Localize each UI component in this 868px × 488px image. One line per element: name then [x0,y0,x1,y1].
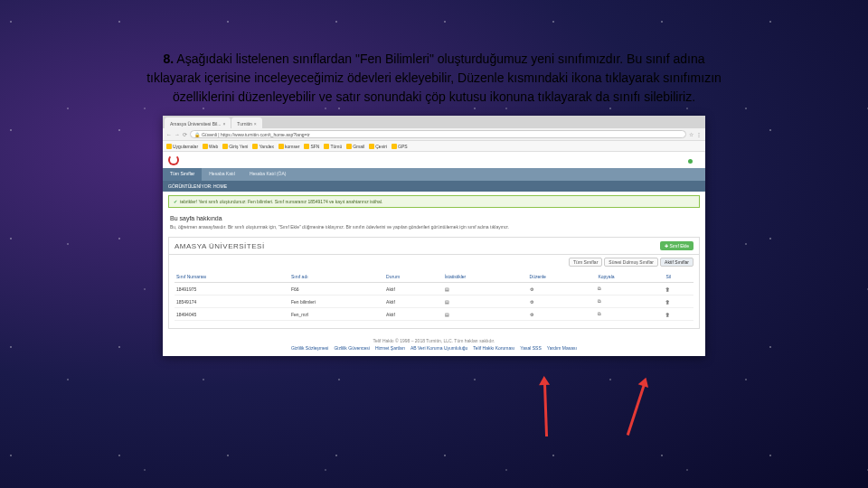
delete-icon[interactable]: 🗑 [664,296,693,308]
class-name-link[interactable]: F66 [289,283,384,296]
filter-active[interactable]: Aktif Sınıflar [660,258,693,267]
classes-card: AMASYA ÜNİVERSİTESİ ✚ Sınıf Ekle Tüm Sın… [168,237,700,329]
stats-icon[interactable]: ▤ [443,283,528,296]
user-status-icon [688,159,693,164]
success-alert: ✔ tebrikler! Yeni sınıfı oluşturdunuz: F… [168,195,700,208]
bookmark-item[interactable]: Web [203,144,218,149]
annotation-arrow-delete [627,383,646,436]
table-row: 18549174Fen bilimleriAktif▤⚙⧉🗑 [175,296,693,308]
footer-link[interactable]: Yasal SSS [520,345,542,351]
bookmark-icon [346,144,352,149]
copy-icon[interactable]: ⧉ [596,296,664,308]
breadcrumb: GÖRÜNTÜLENİYOR: HOME [163,181,705,192]
address-bar[interactable]: 🔒 Güvenli | https://www.turnitin.com/t_h… [190,130,686,138]
bookmark-icon [203,144,208,149]
tab-join-account[interactable]: Hesaba Katıl [202,168,242,181]
filter-all[interactable]: Tüm Sınıflar [569,258,602,267]
stats-icon[interactable]: ▤ [443,296,528,308]
bookmark-item[interactable]: Yandex [252,144,274,149]
table-row: 18491975F66Aktif▤⚙⧉🗑 [175,283,693,296]
table-header[interactable]: İstatistikler [443,271,528,283]
tab-title: Turnitin [237,121,252,127]
page-content: Tüm Sınıflar Hesaba Katıl Hesaba Katıl (… [163,152,705,356]
table-header[interactable]: Düzenle [528,271,597,283]
tab-all-classes[interactable]: Tüm Sınıflar [163,168,202,181]
copy-icon[interactable]: ⧉ [596,283,664,296]
table-header[interactable]: Kopyala [596,271,664,283]
bookmark-item[interactable]: Çeviri [369,144,387,149]
table-header[interactable]: Sınıf adı [289,271,384,283]
delete-icon[interactable]: 🗑 [664,308,693,321]
class-name-link[interactable]: Fen_mzl [289,308,384,321]
table-header[interactable]: Sınıf Numarası [175,271,289,283]
bookmark-item[interactable]: Giriş Yeni [222,144,248,149]
lock-icon: 🔒 [194,132,200,137]
card-header: AMASYA ÜNİVERSİTESİ ✚ Sınıf Ekle [169,238,699,255]
caption-line2: tıklayarak içerisine inceleyeceğimiz öde… [146,70,722,85]
bookmark-icon [222,144,228,149]
footer-link[interactable]: AB Veri Koruma Uyumluluğu [410,345,467,351]
forward-icon[interactable]: → [175,132,180,137]
bookmark-item[interactable]: Uygulamalar [166,144,198,149]
tab-title: Amasya Üniversitesi Bil... [170,121,221,127]
footer-link[interactable]: Hizmet Şartları [375,345,405,351]
stats-icon[interactable]: ▤ [443,308,528,321]
edit-icon[interactable]: ⚙ [528,308,597,321]
turnitin-logo-icon [168,155,179,165]
table-header[interactable]: Durum [384,271,443,283]
footer-copyright: Telif Hakkı © 1998 – 2018 Turnitin, LLC.… [168,338,700,343]
class-status: Aktif [384,308,443,321]
footer-link[interactable]: Yardım Masası [547,345,577,351]
filter-expired[interactable]: Süresi Dolmuş Sınıflar [604,258,658,267]
main-nav-tabs: Tüm Sınıflar Hesaba Katıl Hesaba Katıl (… [163,168,705,181]
bookmark-icon [166,144,172,149]
bookmark-item[interactable]: Gmail [346,144,364,149]
secure-label: Güvenli [202,132,217,137]
bookmark-icon [278,144,284,149]
close-icon[interactable]: × [222,121,225,127]
bookmark-item[interactable]: GPS [392,144,408,149]
browser-toolbar: ← → ⟳ 🔒 Güvenli | https://www.turnitin.c… [163,128,705,141]
delete-icon[interactable]: 🗑 [664,283,693,296]
table-row: 18494045Fen_mzlAktif▤⚙⧉🗑 [175,308,693,321]
instruction-caption: 8. Aşağıdaki listelenen sınıflardan "Fen… [81,50,787,107]
add-class-button[interactable]: ✚ Sınıf Ekle [660,241,693,250]
edit-icon[interactable]: ⚙ [528,283,597,296]
bookmark-item[interactable]: Tümü [324,144,342,149]
browser-tab[interactable]: Turnitin × [231,117,261,128]
browser-tab[interactable]: Amasya Üniversitesi Bil... × [165,117,231,128]
plus-icon: ✚ [665,243,668,249]
class-name-link[interactable]: Fen bilimleri [289,296,384,308]
class-status: Aktif [384,283,443,296]
page-help-text: Bu, öğretmen anasayfasıdır. Bir sınıfı o… [163,223,705,233]
browser-tab-strip: Amasya Üniversitesi Bil... × Turnitin × [163,116,705,128]
add-class-label: Sınıf Ekle [670,243,689,249]
browser-window: Amasya Üniversitesi Bil... × Turnitin × … [163,116,705,356]
class-id: 18494045 [175,308,289,321]
back-icon[interactable]: ← [166,132,172,137]
copy-icon[interactable]: ⧉ [596,308,664,321]
class-filter-row: Tüm Sınıflar Süresi Dolmuş Sınıflar Akti… [169,255,699,269]
footer-link[interactable]: Gizlilik Güvencesi [334,345,369,351]
page-help-title: Bu sayfa hakkında [163,211,705,223]
class-id: 18549174 [175,296,289,308]
bookmark-icon [392,144,397,149]
star-icon[interactable]: ☆ [689,131,693,137]
classes-table: Sınıf NumarasıSınıf adıDurumİstatistikle… [175,271,693,321]
check-icon: ✔ [174,199,177,204]
footer-link[interactable]: Gizlilik Sözleşmesi [291,345,328,351]
tab-join-account-ta[interactable]: Hesaba Katıl (ÖA) [242,168,294,181]
table-header[interactable]: Sil [664,271,693,283]
reload-icon[interactable]: ⟳ [183,131,187,137]
bookmark-item[interactable]: komser [278,144,299,149]
bookmark-icon [304,144,309,149]
close-icon[interactable]: × [254,121,257,127]
class-id: 18491975 [175,283,289,296]
edit-icon[interactable]: ⚙ [528,296,597,308]
bookmark-icon [252,144,258,149]
caption-line1: Aşağıdaki listelenen sınıflardan "Fen Bi… [174,52,704,66]
class-status: Aktif [384,296,443,308]
footer-link[interactable]: Telif Hakkı Koruması [473,345,514,351]
menu-icon[interactable]: ⋮ [696,131,702,137]
bookmark-item[interactable]: SFN [304,144,319,149]
